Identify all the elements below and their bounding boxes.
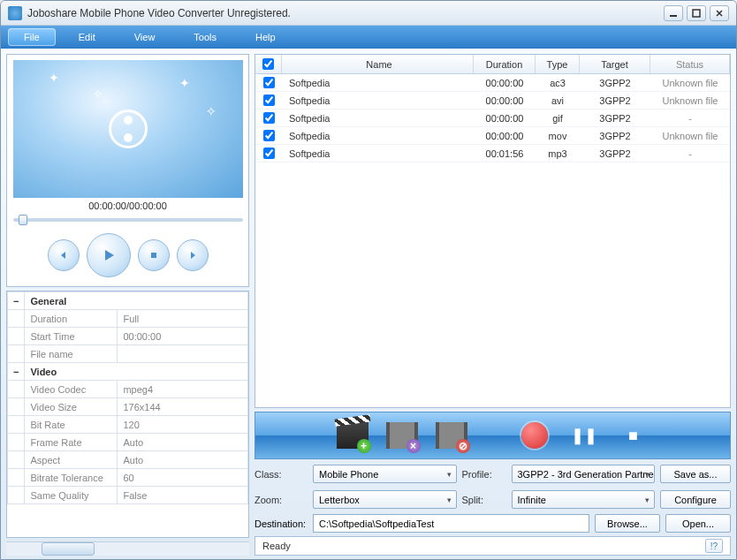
prop-label: Same Quality <box>25 487 118 504</box>
menubar: File Edit View Tools Help <box>1 26 736 49</box>
settings-row-2: Zoom: Letterbox Split: Infinite Configur… <box>255 488 731 511</box>
cell-status: - <box>650 148 730 159</box>
cell-target: 3GPP2 <box>580 148 650 159</box>
cell-type: gif <box>536 113 580 124</box>
svg-rect-0 <box>670 15 677 17</box>
table-row[interactable]: Softpedia00:00:00avi3GPP2Unknown file <box>255 92 730 110</box>
sparkle-icon: ✧ <box>206 104 217 118</box>
collapse-general[interactable]: − <box>8 292 25 310</box>
left-column: ✦ ✧ ✦ ✧ 00:00:00/00:00:00 −G <box>6 54 249 556</box>
row-checkbox[interactable] <box>263 130 275 141</box>
menu-view[interactable]: View <box>118 28 171 46</box>
stop-conversion-button[interactable]: ■ <box>615 418 652 453</box>
scrollbar-thumb[interactable] <box>42 542 95 556</box>
prop-value[interactable]: 176x144 <box>118 398 248 416</box>
open-button[interactable]: Open... <box>665 514 731 533</box>
prop-value[interactable]: Auto <box>118 434 248 451</box>
add-file-button[interactable]: + <box>334 418 371 453</box>
zoom-select[interactable]: Letterbox <box>313 490 457 509</box>
table-row[interactable]: Softpedia00:00:00gif3GPP2- <box>255 110 730 127</box>
cell-status: - <box>650 113 730 124</box>
file-list: Name Duration Type Target Status Softped… <box>255 54 731 408</box>
cell-duration: 00:00:00 <box>474 131 536 141</box>
cell-target: 3GPP2 <box>580 78 650 88</box>
prop-label: Video Codec <box>25 381 118 398</box>
cell-type: mp3 <box>536 148 580 159</box>
action-toolbar: + × ⊘ ❚❚ ■ <box>255 412 731 459</box>
svg-rect-2 <box>151 253 156 258</box>
split-label: Split: <box>462 495 506 505</box>
prop-value[interactable]: 120 <box>118 416 248 434</box>
window-title: Joboshare Mobile Phone Video Converter U… <box>27 7 660 19</box>
row-checkbox[interactable] <box>263 77 275 88</box>
menu-help[interactable]: Help <box>239 28 292 46</box>
cell-name: Softpedia <box>282 95 474 106</box>
app-window: Joboshare Mobile Phone Video Converter U… <box>0 0 737 560</box>
prop-value[interactable]: False <box>118 487 248 504</box>
cell-target: 3GPP2 <box>580 131 650 141</box>
profile-select[interactable]: 3GPP2 - 3rd Generation Partnership Proje <box>512 465 656 483</box>
slider-thumb[interactable] <box>19 215 27 225</box>
saveas-button[interactable]: Save as... <box>660 465 731 483</box>
browse-button[interactable]: Browse... <box>595 514 660 533</box>
stop-button[interactable] <box>138 239 170 271</box>
row-checkbox[interactable] <box>263 148 275 159</box>
properties-panel: −General DurationFull Start Time00:00:00… <box>6 291 249 538</box>
select-all-checkbox[interactable] <box>262 58 274 70</box>
record-icon <box>521 422 548 449</box>
cell-duration: 00:01:56 <box>474 148 536 159</box>
minimize-button[interactable] <box>664 5 683 21</box>
menu-edit[interactable]: Edit <box>63 28 111 46</box>
table-row[interactable]: Softpedia00:00:00ac33GPP2Unknown file <box>255 74 730 92</box>
header-type[interactable]: Type <box>536 55 580 73</box>
header-status[interactable]: Status <box>650 55 730 73</box>
cell-status: Unknown file <box>650 131 730 141</box>
header-target[interactable]: Target <box>580 55 650 73</box>
seek-slider[interactable] <box>13 214 243 226</box>
content: ✦ ✧ ✦ ✧ 00:00:00/00:00:00 −G <box>1 49 736 560</box>
app-icon <box>8 6 22 20</box>
close-button[interactable] <box>710 5 729 21</box>
clear-files-button[interactable]: ⊘ <box>433 418 470 453</box>
pause-button[interactable]: ❚❚ <box>566 418 603 453</box>
prop-value[interactable]: 60 <box>118 469 248 487</box>
sparkle-icon: ✧ <box>93 87 103 101</box>
remove-file-button[interactable]: × <box>384 418 421 453</box>
next-button[interactable] <box>177 239 209 271</box>
table-row[interactable]: Softpedia00:00:00mov3GPP2Unknown file <box>255 127 730 145</box>
prop-label: Frame Rate <box>25 434 118 451</box>
destination-input[interactable]: C:\Softpedia\SoftpediaTest <box>313 514 589 533</box>
header-name[interactable]: Name <box>282 55 474 73</box>
configure-button[interactable]: Configure <box>660 490 731 509</box>
plus-badge-icon: + <box>357 439 371 453</box>
prop-value[interactable]: 00:00:00 <box>118 328 248 345</box>
help-button[interactable]: !? <box>705 539 723 553</box>
header-checkbox[interactable] <box>255 55 282 73</box>
class-select[interactable]: Mobile Phone <box>313 465 457 483</box>
cell-type: mov <box>536 131 580 141</box>
horizontal-scrollbar[interactable] <box>6 541 249 556</box>
settings-row-1: Class: Mobile Phone Profile: 3GPP2 - 3rd… <box>255 463 731 485</box>
header-duration[interactable]: Duration <box>474 55 536 73</box>
row-checkbox[interactable] <box>263 112 275 124</box>
row-checkbox[interactable] <box>263 95 275 106</box>
prop-value[interactable] <box>118 345 248 363</box>
prop-value[interactable]: mpeg4 <box>118 381 248 398</box>
collapse-video[interactable]: − <box>8 363 25 381</box>
cell-duration: 00:00:00 <box>474 113 536 124</box>
split-select[interactable]: Infinite <box>512 490 656 509</box>
cell-type: ac3 <box>536 78 580 88</box>
menu-tools[interactable]: Tools <box>178 28 232 46</box>
class-label: Class: <box>255 469 308 480</box>
prop-label: File name <box>25 345 118 363</box>
profile-label: Profile: <box>462 469 506 480</box>
prop-value[interactable]: Full <box>118 310 248 328</box>
cell-status: Unknown file <box>650 78 730 88</box>
play-button[interactable] <box>87 233 131 277</box>
prev-button[interactable] <box>48 239 80 271</box>
menu-file[interactable]: File <box>8 28 56 46</box>
prop-value[interactable]: Auto <box>118 451 248 469</box>
record-button[interactable] <box>516 418 553 453</box>
table-row[interactable]: Softpedia00:01:56mp33GPP2- <box>255 145 730 163</box>
maximize-button[interactable] <box>687 5 706 21</box>
